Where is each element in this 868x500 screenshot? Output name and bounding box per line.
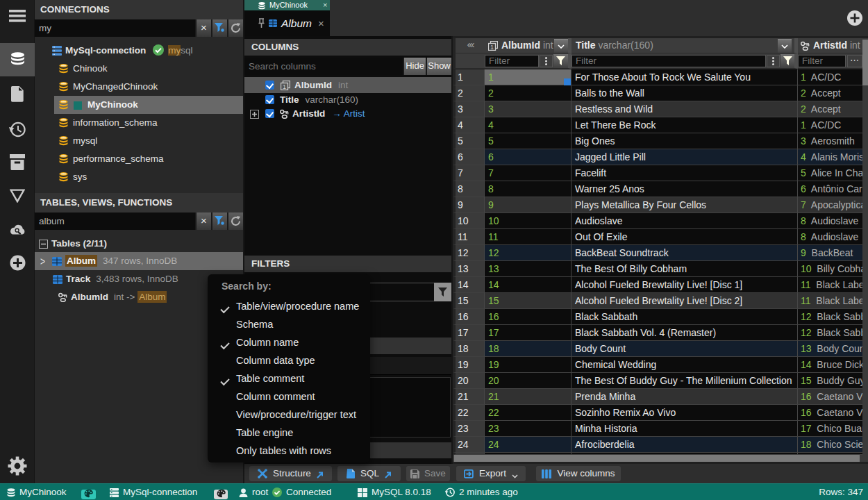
svg-text:1: 1 bbox=[283, 83, 286, 90]
svg-text:1: 1 bbox=[490, 44, 494, 51]
